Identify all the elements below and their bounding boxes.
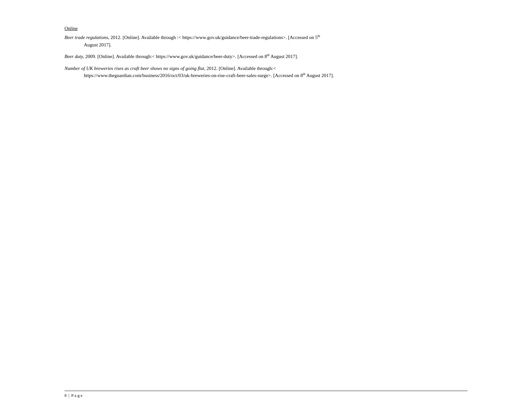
reference-1: Beer trade regulations, 2012. [Online]. … bbox=[64, 34, 468, 48]
ref2-italic: Beer duty, bbox=[64, 54, 84, 59]
ref2-superscript: th bbox=[267, 53, 270, 57]
heading-text: Online bbox=[64, 26, 78, 31]
ref3-italic: Number of UK breweries rises as craft be… bbox=[64, 66, 205, 71]
pipe-separator: | bbox=[69, 393, 70, 398]
page-number: 8 bbox=[64, 393, 67, 398]
ref3-superscript: th bbox=[303, 72, 305, 76]
ref2-normal: 2009. [Online]. Available through:< http… bbox=[85, 54, 298, 59]
ref1-normal: 2012. [Online]. Available through :< htt… bbox=[111, 35, 320, 40]
page: Online Beer trade regulations, 2012. [On… bbox=[0, 0, 532, 411]
ref1-superscript: th bbox=[318, 34, 320, 38]
page-footer: 8 | P a g e bbox=[64, 391, 468, 398]
section-heading: Online bbox=[64, 26, 468, 31]
footer-content: 8 | P a g e bbox=[64, 393, 468, 398]
ref1-italic: Beer trade regulations, bbox=[64, 35, 109, 40]
ref1-continuation: August 2017]. bbox=[64, 41, 468, 49]
page-label: P a g e bbox=[71, 393, 83, 398]
ref3-continuation: https://www.theguardian.com/business/201… bbox=[64, 72, 468, 79]
ref3-normal: 2012. [Online]. Available through:< bbox=[207, 66, 276, 71]
reference-2: Beer duty, 2009. [Online]. Available thr… bbox=[64, 53, 468, 60]
reference-3: Number of UK breweries rises as craft be… bbox=[64, 65, 468, 79]
